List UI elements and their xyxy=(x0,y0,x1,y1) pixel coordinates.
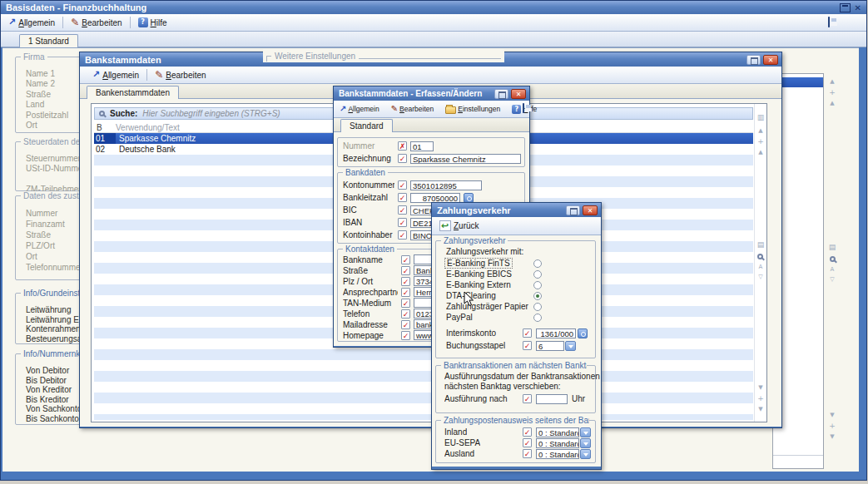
close-icon[interactable]: ✕ xyxy=(583,205,598,215)
scroll-up-icon[interactable]: + xyxy=(756,138,766,145)
search-icon[interactable] xyxy=(830,254,836,264)
tab-bankenstammdaten[interactable]: Bankenstammdaten xyxy=(87,86,179,99)
restore-icon[interactable] xyxy=(840,3,851,12)
radio-dta-clearing[interactable] xyxy=(533,292,542,300)
checkbox-check-icon[interactable]: ✓ xyxy=(398,193,407,202)
save-button[interactable] xyxy=(523,104,524,112)
option-label: E-Banking EBICS xyxy=(446,269,512,279)
radio-e-banking-ebics[interactable] xyxy=(533,270,542,279)
radio-zahlungstraeger-papier[interactable] xyxy=(533,303,542,311)
sort-icon[interactable]: A xyxy=(827,266,837,273)
checkbox-check-icon[interactable]: ✓ xyxy=(523,449,532,458)
checkbox-check-icon[interactable]: ✓ xyxy=(401,309,410,319)
bezeichnung-field[interactable]: Sparkasse Chemnitz xyxy=(410,154,521,164)
menu-einstellungen[interactable]: Einstellungen xyxy=(443,104,503,115)
bank-edit-titlebar[interactable]: Bankstammdaten - Erfassen/Ändern ✕ xyxy=(334,86,529,101)
kontonummer-field[interactable]: 3501012895 xyxy=(410,180,482,190)
group-weitere-einstellungen: Weitere Einstellungen xyxy=(263,49,504,62)
scroll-bottom-icon[interactable]: ▼ xyxy=(756,406,766,412)
column-chooser-icon[interactable]: ▥ xyxy=(756,114,766,121)
checkbox-check-icon[interactable]: ✓ xyxy=(523,328,532,338)
payment-titlebar[interactable]: Zahlungsverkehr ✕ xyxy=(432,203,601,217)
bankleitzahl-field[interactable]: 87050000 xyxy=(410,193,460,203)
menu-allgemein[interactable]: ↗ Allgemein xyxy=(6,17,57,28)
ausland-select[interactable]: 0 : Standard xyxy=(536,449,579,459)
close-icon[interactable]: ✕ xyxy=(511,89,526,99)
checkbox-check-icon[interactable]: ✓ xyxy=(398,154,407,163)
tab-standard[interactable]: Standard xyxy=(340,119,393,132)
restore-icon[interactable] xyxy=(746,55,761,65)
checkbox-check-icon[interactable]: ✓ xyxy=(398,230,407,240)
tab-1-standard[interactable]: 1 Standard xyxy=(19,34,78,47)
close-icon[interactable]: ✕ xyxy=(763,55,778,65)
search-icon[interactable] xyxy=(757,252,763,261)
grid-icon[interactable]: ▤ xyxy=(756,241,766,248)
scroll-up2-icon[interactable]: ▲ xyxy=(756,149,766,156)
checkbox-check-icon[interactable]: ✓ xyxy=(401,266,410,275)
radio-e-banking-extern[interactable] xyxy=(533,281,542,289)
restore-icon[interactable] xyxy=(494,89,508,99)
dropdown-arrow-icon[interactable] xyxy=(580,427,591,437)
main-titlebar[interactable]: Basisdaten - Finanzbuchhaltung ✕ xyxy=(1,1,866,14)
checkbox-check-icon[interactable]: ✓ xyxy=(398,205,407,215)
checkbox-check-icon[interactable]: ✓ xyxy=(401,331,410,340)
lookup-icon[interactable] xyxy=(578,328,588,338)
checkbox-check-icon[interactable]: ✓ xyxy=(398,180,407,190)
kontonummer-label: Kontonummer xyxy=(343,180,394,190)
checkbox-cross-icon[interactable]: ✗ xyxy=(398,141,407,151)
save-button[interactable] xyxy=(828,17,830,27)
scroll-bottom-icon[interactable]: ▼ xyxy=(827,433,837,440)
back-button[interactable]: ↩ Zurück xyxy=(437,220,482,232)
scroll-down2-icon[interactable]: + xyxy=(756,395,766,402)
menu-allgemein[interactable]: ↗ Allgemein xyxy=(90,70,141,81)
lookup-icon[interactable] xyxy=(464,193,474,203)
menu-bearbeiten[interactable]: ✎ Bearbeiten xyxy=(68,17,124,28)
restore-icon[interactable] xyxy=(566,205,580,215)
buchungsstapel-field[interactable]: 6 xyxy=(536,341,564,351)
nummer-field[interactable]: 01 xyxy=(410,141,434,151)
scroll-top-icon[interactable]: ▲ xyxy=(756,127,766,134)
checkbox-check-icon[interactable]: ✓ xyxy=(523,341,532,350)
bic-label: BIC xyxy=(343,205,394,215)
checkbox-check-icon[interactable]: ✓ xyxy=(523,394,532,403)
close-icon[interactable]: ✕ xyxy=(853,3,863,12)
inland-select[interactable]: 0 : Standard xyxy=(536,427,579,437)
scroll-up-icon[interactable]: + xyxy=(827,89,837,96)
eu-sepa-select[interactable]: 0 : Standard xyxy=(536,438,579,448)
group-border-corner xyxy=(266,56,271,62)
checkbox-check-icon[interactable]: ✓ xyxy=(401,299,410,308)
dropdown-arrow-icon[interactable] xyxy=(565,341,576,351)
filter-icon[interactable]: ▽ xyxy=(827,276,837,283)
checkbox-check-icon[interactable]: ✓ xyxy=(401,288,410,297)
menu-hilfe[interactable]: ? Hilfe xyxy=(136,17,170,28)
search-input[interactable]: Hier Suchbegriff eingeben (STRG+S) xyxy=(142,109,280,118)
interimskonto-field[interactable]: 1361/000 xyxy=(536,328,576,338)
dropdown-arrow-icon[interactable] xyxy=(580,438,591,448)
checkbox-check-icon[interactable]: ✓ xyxy=(401,255,410,264)
scroll-down-icon[interactable]: ▼ xyxy=(756,384,766,391)
scroll-top-icon[interactable]: ▲ xyxy=(827,78,837,85)
menu-hilfe-label: Hilfe xyxy=(151,18,167,27)
checkbox-check-icon[interactable]: ✓ xyxy=(398,218,407,227)
menu-bearbeiten[interactable]: ✎ Bearbeiten xyxy=(152,70,208,81)
menu-allgemein[interactable]: ↗ Allgemein xyxy=(337,104,382,114)
scroll-down2-icon[interactable]: + xyxy=(827,422,837,429)
divider xyxy=(773,455,823,456)
checkbox-check-icon[interactable]: ✓ xyxy=(523,427,532,437)
checkbox-check-icon[interactable]: ✓ xyxy=(401,320,410,329)
radio-e-banking-fints[interactable] xyxy=(533,259,542,268)
sort-icon[interactable]: A xyxy=(756,264,766,270)
scroll-up2-icon[interactable]: ▲ xyxy=(827,100,837,106)
column-header-b[interactable]: B xyxy=(94,123,116,132)
radio-paypal[interactable] xyxy=(533,314,542,322)
ausfuehrung-field[interactable] xyxy=(536,394,568,404)
scroll-down-icon[interactable]: ▼ xyxy=(827,412,837,418)
option-label: Zahlungsträger Papier xyxy=(446,302,528,311)
checkbox-check-icon[interactable]: ✓ xyxy=(401,277,410,286)
grid-icon[interactable]: ▤ xyxy=(827,244,837,250)
checkbox-check-icon[interactable]: ✓ xyxy=(523,438,532,447)
column-header-text[interactable]: Verwendung/Text xyxy=(116,123,180,132)
filter-icon[interactable]: ▽ xyxy=(756,274,766,280)
dropdown-arrow-icon[interactable] xyxy=(580,449,591,459)
menu-bearbeiten[interactable]: ✎ Bearbeiten xyxy=(389,104,437,114)
